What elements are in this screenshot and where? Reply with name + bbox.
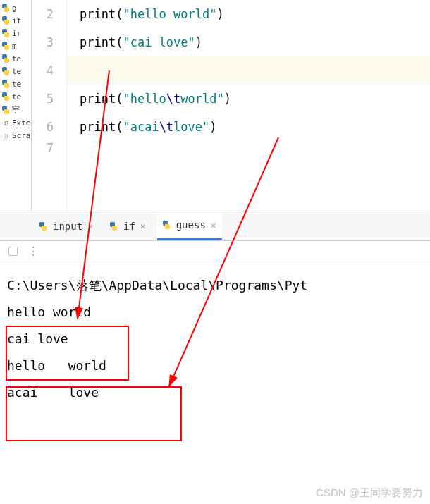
tok-esc: \t [166,92,180,106]
output-path: C:\Users\落笔\AppData\Local\Programs\Pyt [7,272,423,299]
tab-input[interactable]: input × [34,211,99,240]
tok-str: "hello world" [123,7,216,21]
tree-label: te [12,54,21,63]
code-line[interactable]: print("acai\tlove") [67,113,430,141]
output-line: acai love [7,379,423,406]
tree-label: Exte [12,118,31,128]
tok-str: "acai [123,120,159,134]
tok-esc: \t [159,120,173,134]
tree-item-ext[interactable]: ⊞Exte [0,116,31,129]
watermark: CSDN @王同学要努力 [316,486,423,500]
line-number: 3 [32,28,54,56]
line-number: 7 [32,141,54,155]
code-line[interactable]: print("hello world") [67,0,430,28]
scratch-icon: ◎ [1,130,11,140]
paren: ) [224,92,231,106]
tok-str: world" [180,92,223,106]
tree-item[interactable]: te [0,90,31,103]
tree-item[interactable]: if [0,14,31,27]
paren: ( [116,120,123,134]
code-line[interactable]: print("cai love") [67,28,430,56]
close-icon[interactable]: × [86,221,94,231]
python-icon [1,3,11,13]
python-icon [1,66,11,76]
python-icon [1,54,11,63]
output-panel[interactable]: C:\Users\落笔\AppData\Local\Programs\Pyt h… [0,262,430,504]
paren: ) [209,120,216,134]
tree-label: ir [12,29,21,38]
tree-item[interactable]: 宇 [0,103,31,116]
paren: ) [195,35,202,49]
tree-label: if [12,16,21,25]
stop-icon[interactable] [8,247,18,256]
python-icon [109,221,118,231]
tab-if[interactable]: if × [104,211,152,240]
code-line-current[interactable] [67,56,430,85]
close-icon[interactable]: × [209,220,218,231]
run-tabs: input × if × guess × [0,211,430,241]
code-line[interactable]: print("hello\tworld") [67,85,430,113]
python-icon [1,41,11,51]
output-line: cai love [7,326,423,352]
project-tree[interactable]: g if ir m te te te te 宇 ⊞Exte ◎Scra [0,0,32,211]
tok-fn: print [80,7,116,21]
output-line: hello world [7,299,423,326]
tree-item-scratch[interactable]: ◎Scra [0,129,31,142]
output-line: hello world [7,352,423,379]
python-icon [161,220,171,230]
python-icon [1,105,11,115]
python-icon [1,92,11,102]
output-toolbar: ⋮ [0,241,430,262]
tree-item[interactable]: te [0,52,31,65]
python-icon [38,221,48,231]
tab-label: if [123,221,135,232]
tree-item[interactable]: ir [0,27,31,39]
lib-icon: ⊞ [1,118,11,128]
line-number: 2 [32,0,54,28]
tree-label: g [12,4,17,13]
python-icon [1,79,11,89]
gutter: 2 3 4 5 6 7 [32,0,67,211]
tree-label: Scra [12,131,31,140]
tree-label: te [12,67,21,76]
tree-item[interactable]: g [0,1,31,14]
tree-label: te [12,80,21,89]
code-body[interactable]: print("hello world") print("cai love") p… [67,0,430,211]
line-number: 4 [32,56,54,85]
more-icon[interactable]: ⋮ [27,245,39,258]
close-icon[interactable]: × [139,221,147,231]
python-icon [1,16,11,25]
tok-fn: print [80,120,116,134]
tok-fn: print [80,35,116,49]
paren: ( [116,35,123,49]
code-editor[interactable]: 2 3 4 5 6 7 print("hello world") print("… [32,0,430,211]
line-number: 5 [32,85,54,113]
tree-label: 宇 [12,104,20,115]
tree-item[interactable]: m [0,39,31,52]
tok-str: "cai love" [123,35,195,49]
tree-label: m [12,42,17,51]
tok-str: love" [173,120,209,134]
python-icon [1,28,11,38]
paren: ( [116,92,123,106]
tab-guess[interactable]: guess × [157,211,222,240]
tree-item[interactable]: te [0,65,31,78]
tree-item[interactable]: te [0,78,31,90]
tree-label: te [12,92,21,102]
paren: ) [217,7,224,21]
tab-label: guess [176,219,206,231]
editor-area: g if ir m te te te te 宇 ⊞Exte ◎Scra 2 3 … [0,0,430,211]
tab-label: input [53,221,82,232]
tok-str: "hello [123,92,166,106]
paren: ( [116,7,123,21]
line-number: 6 [32,113,54,141]
tok-fn: print [80,92,116,106]
